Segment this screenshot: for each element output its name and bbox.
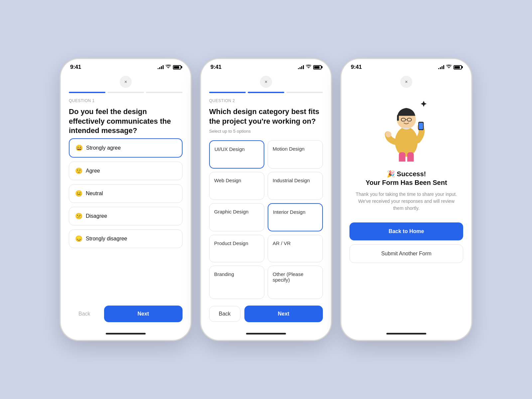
success-title-line2: Your Form Has Been Sent — [365, 179, 447, 186]
phone-2: 9:41 — [201, 59, 331, 340]
options-grid-2: UI/UX Design Motion Design Web Design In… — [209, 140, 323, 299]
signal-bar-4 — [163, 65, 164, 69]
option-strongly-disagree[interactable]: 😞 Strongly disagree — [69, 229, 183, 248]
close-button-2[interactable]: × — [260, 76, 272, 88]
grid-option-product[interactable]: Product Design — [209, 235, 264, 262]
close-button-1[interactable]: × — [120, 76, 132, 88]
bottom-nav-2: Back Next — [209, 299, 323, 330]
battery-icon-3 — [454, 65, 462, 69]
option-neutral[interactable]: 😐 Neutral — [69, 184, 183, 203]
grid-option-branding[interactable]: Branding — [209, 266, 264, 299]
question-label-1: QUESTION 1 — [69, 98, 183, 103]
bottom-nav-1: Back Next — [69, 299, 183, 330]
success-emoji: 🎉 — [387, 170, 395, 178]
question-subtitle-2: Select up to 5 options — [209, 129, 323, 134]
phone-1-content: × QUESTION 1 Do you feel the design effe… — [61, 73, 191, 330]
status-icons-3 — [438, 65, 462, 70]
option-label-3: Disagree — [86, 213, 107, 219]
phone-3: 9:41 — [341, 59, 471, 340]
svg-rect-8 — [419, 123, 423, 129]
question-text-1: Do you feel the design effectively commu… — [69, 107, 183, 136]
home-bar-line-1 — [106, 333, 146, 334]
option-emoji-4: 😞 — [75, 235, 82, 242]
next-button-2[interactable]: Next — [244, 306, 323, 322]
wifi-icon-1 — [166, 65, 171, 70]
question-label-2: QUESTION 2 — [209, 98, 323, 103]
signal-bar-1 — [158, 68, 159, 69]
grid-option-uiux[interactable]: UI/UX Design — [209, 140, 264, 169]
close-button-3[interactable]: × — [400, 76, 412, 88]
grid-option-other[interactable]: Other (Please specify) — [268, 266, 323, 299]
progress-segment-2-2 — [248, 92, 284, 93]
option-label-1: Agree — [86, 168, 100, 174]
option-emoji-0: 😄 — [75, 144, 83, 152]
status-icons-2 — [298, 65, 322, 70]
status-time-3: 9:41 — [351, 64, 362, 70]
svg-rect-2 — [397, 115, 399, 121]
progress-bar-1 — [69, 92, 183, 93]
progress-segment-1-1 — [69, 92, 105, 93]
options-list-1: 😄 Strongly agree 🙂 Agree 😐 Neutral 😕 Dis… — [69, 138, 183, 299]
back-to-home-button[interactable]: Back to Home — [349, 222, 463, 240]
signal-icon-1 — [158, 65, 164, 69]
svg-point-13 — [385, 131, 391, 137]
status-icons-1 — [158, 65, 181, 70]
question-text-2: Which design category best fits the proj… — [209, 107, 323, 126]
battery-icon-2 — [313, 65, 322, 69]
option-label-2: Neutral — [86, 191, 103, 197]
success-content: 🎉 Success! Your Form Has Been Sent Thank… — [341, 92, 471, 330]
next-button-1[interactable]: Next — [104, 306, 183, 322]
status-time-1: 9:41 — [70, 64, 81, 70]
option-agree[interactable]: 🙂 Agree — [69, 162, 183, 180]
progress-segment-1-3 — [146, 92, 183, 93]
svg-rect-10 — [407, 152, 414, 162]
option-label-4: Strongly disagree — [86, 236, 127, 242]
phones-container: 9:41 — [48, 39, 484, 360]
success-title-line1: Success! — [397, 170, 426, 178]
option-emoji-2: 😐 — [75, 190, 82, 197]
close-btn-row-1: × — [69, 73, 183, 92]
battery-icon-1 — [173, 65, 181, 69]
close-btn-row-3: × — [341, 73, 471, 92]
success-title: 🎉 Success! Your Form Has Been Sent — [365, 170, 447, 187]
home-bar-3 — [341, 330, 471, 340]
option-emoji-1: 🙂 — [75, 167, 82, 175]
status-bar-1: 9:41 — [61, 59, 191, 73]
progress-bar-2 — [209, 92, 323, 93]
grid-option-graphic[interactable]: Graphic Design — [209, 203, 264, 231]
grid-option-arvr[interactable]: AR / VR — [268, 235, 323, 262]
grid-option-motion[interactable]: Motion Design — [268, 140, 323, 169]
submit-another-button[interactable]: Submit Another Form — [349, 244, 463, 263]
grid-option-industrial[interactable]: Industrial Design — [268, 172, 323, 200]
option-disagree[interactable]: 😕 Disagree — [69, 207, 183, 225]
signal-bar-2 — [159, 67, 160, 69]
progress-segment-2-1 — [209, 92, 246, 93]
home-bar-1 — [61, 330, 191, 340]
phone-1: 9:41 — [61, 59, 191, 340]
battery-fill-1 — [174, 66, 179, 68]
grid-option-interior[interactable]: Interior Design — [268, 203, 323, 231]
status-bar-3: 9:41 — [341, 59, 471, 73]
svg-rect-9 — [399, 152, 406, 162]
home-bar-2 — [201, 330, 331, 340]
wifi-icon-2 — [306, 65, 311, 70]
signal-icon-2 — [298, 65, 304, 69]
progress-segment-1-2 — [107, 92, 144, 93]
wifi-icon-3 — [446, 65, 452, 70]
grid-option-web[interactable]: Web Design — [209, 172, 264, 200]
option-strongly-agree[interactable]: 😄 Strongly agree — [69, 138, 183, 158]
svg-point-0 — [395, 127, 418, 157]
signal-bar-3 — [161, 66, 162, 69]
option-emoji-3: 😕 — [75, 212, 82, 220]
success-illustration — [376, 95, 436, 162]
option-label-0: Strongly agree — [86, 145, 121, 151]
back-button-1[interactable]: Back — [69, 306, 100, 322]
status-time-2: 9:41 — [210, 64, 221, 70]
back-button-2[interactable]: Back — [209, 306, 240, 322]
success-description: Thank you for taking the time to share y… — [349, 191, 463, 212]
phone-2-content: × QUESTION 2 Which design category best … — [201, 73, 331, 330]
close-btn-row-2: × — [209, 73, 323, 92]
progress-segment-2-3 — [286, 92, 323, 93]
status-bar-2: 9:41 — [201, 59, 331, 73]
signal-icon-3 — [438, 65, 444, 69]
